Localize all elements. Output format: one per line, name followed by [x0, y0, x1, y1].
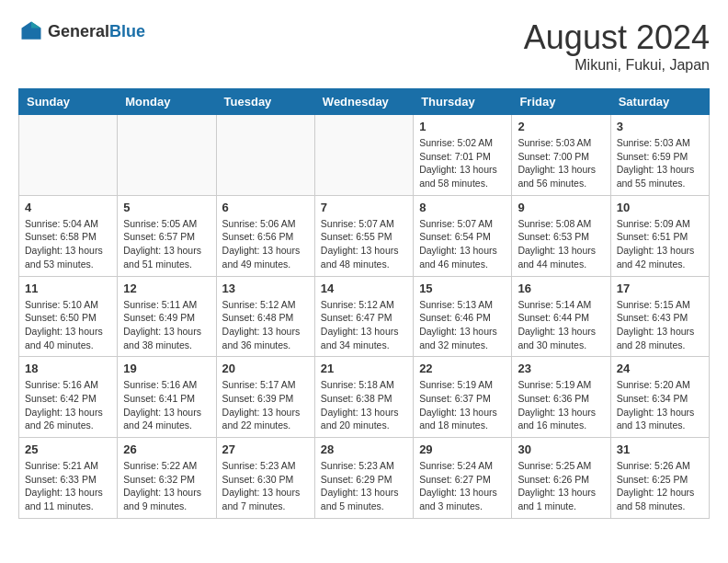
calendar-cell: 27Sunrise: 5:23 AM Sunset: 6:30 PM Dayli…: [216, 438, 314, 519]
weekday-header: Sunday: [19, 89, 118, 115]
day-info: Sunrise: 5:16 AM Sunset: 6:42 PM Dayligh…: [25, 378, 111, 432]
weekday-header: Saturday: [610, 89, 709, 115]
day-number: 3: [617, 120, 703, 133]
day-info: Sunrise: 5:23 AM Sunset: 6:29 PM Dayligh…: [321, 459, 407, 513]
day-number: 14: [321, 282, 407, 295]
day-info: Sunrise: 5:12 AM Sunset: 6:48 PM Dayligh…: [222, 298, 309, 352]
day-info: Sunrise: 5:10 AM Sunset: 6:50 PM Dayligh…: [25, 298, 111, 352]
logo-blue: Blue: [109, 22, 145, 40]
calendar-cell: 4Sunrise: 5:04 AM Sunset: 6:58 PM Daylig…: [19, 195, 118, 276]
calendar-cell: 3Sunrise: 5:03 AM Sunset: 6:59 PM Daylig…: [610, 115, 709, 196]
day-info: Sunrise: 5:11 AM Sunset: 6:49 PM Dayligh…: [123, 298, 210, 352]
day-number: 10: [617, 201, 703, 214]
day-number: 11: [25, 282, 111, 295]
day-info: Sunrise: 5:03 AM Sunset: 7:00 PM Dayligh…: [518, 136, 604, 190]
day-number: 16: [518, 282, 604, 295]
calendar-cell: 6Sunrise: 5:06 AM Sunset: 6:56 PM Daylig…: [216, 195, 314, 276]
calendar-cell: 10Sunrise: 5:09 AM Sunset: 6:51 PM Dayli…: [610, 195, 709, 276]
day-info: Sunrise: 5:25 AM Sunset: 6:26 PM Dayligh…: [518, 459, 604, 513]
day-number: 1: [419, 120, 506, 133]
day-info: Sunrise: 5:24 AM Sunset: 6:27 PM Dayligh…: [419, 459, 506, 513]
calendar-cell: 29Sunrise: 5:24 AM Sunset: 6:27 PM Dayli…: [414, 438, 512, 519]
calendar-cell: 25Sunrise: 5:21 AM Sunset: 6:33 PM Dayli…: [19, 438, 118, 519]
calendar-cell: 22Sunrise: 5:19 AM Sunset: 6:37 PM Dayli…: [414, 357, 512, 438]
day-info: Sunrise: 5:19 AM Sunset: 6:37 PM Dayligh…: [419, 378, 506, 432]
day-info: Sunrise: 5:19 AM Sunset: 6:36 PM Dayligh…: [518, 378, 604, 432]
calendar-cell: 15Sunrise: 5:13 AM Sunset: 6:46 PM Dayli…: [414, 276, 512, 357]
day-info: Sunrise: 5:04 AM Sunset: 6:58 PM Dayligh…: [25, 217, 111, 271]
calendar-cell: [314, 115, 413, 196]
day-info: Sunrise: 5:21 AM Sunset: 6:33 PM Dayligh…: [25, 459, 111, 513]
day-info: Sunrise: 5:02 AM Sunset: 7:01 PM Dayligh…: [419, 136, 506, 190]
day-info: Sunrise: 5:03 AM Sunset: 6:59 PM Dayligh…: [617, 136, 703, 190]
day-number: 21: [321, 362, 407, 375]
day-number: 30: [518, 442, 604, 456]
calendar-week-row: 11Sunrise: 5:10 AM Sunset: 6:50 PM Dayli…: [19, 276, 710, 357]
calendar-cell: 21Sunrise: 5:18 AM Sunset: 6:38 PM Dayli…: [314, 357, 413, 438]
location: Mikuni, Fukui, Japan: [524, 57, 710, 74]
calendar-cell: 23Sunrise: 5:19 AM Sunset: 6:36 PM Dayli…: [512, 357, 610, 438]
calendar-week-row: 1Sunrise: 5:02 AM Sunset: 7:01 PM Daylig…: [19, 115, 710, 196]
day-number: 28: [321, 442, 407, 456]
calendar-cell: 28Sunrise: 5:23 AM Sunset: 6:29 PM Dayli…: [314, 438, 413, 519]
day-info: Sunrise: 5:26 AM Sunset: 6:25 PM Dayligh…: [617, 459, 703, 513]
month-title: August 2024: [524, 18, 710, 57]
calendar: SundayMondayTuesdayWednesdayThursdayFrid…: [18, 88, 710, 519]
day-number: 17: [617, 282, 703, 295]
calendar-cell: 19Sunrise: 5:16 AM Sunset: 6:41 PM Dayli…: [118, 357, 216, 438]
day-number: 8: [419, 201, 506, 214]
day-info: Sunrise: 5:05 AM Sunset: 6:57 PM Dayligh…: [123, 217, 210, 271]
weekday-header: Tuesday: [216, 89, 314, 115]
calendar-week-row: 25Sunrise: 5:21 AM Sunset: 6:33 PM Dayli…: [19, 438, 710, 519]
calendar-cell: 9Sunrise: 5:08 AM Sunset: 6:53 PM Daylig…: [512, 195, 610, 276]
calendar-cell: [118, 115, 216, 196]
day-info: Sunrise: 5:08 AM Sunset: 6:53 PM Dayligh…: [518, 217, 604, 271]
calendar-cell: [216, 115, 314, 196]
page-header: GeneralBlue August 2024 Mikuni, Fukui, J…: [18, 18, 710, 74]
day-info: Sunrise: 5:07 AM Sunset: 6:54 PM Dayligh…: [419, 217, 506, 271]
day-number: 25: [25, 442, 111, 456]
day-number: 4: [25, 201, 111, 214]
day-info: Sunrise: 5:23 AM Sunset: 6:30 PM Dayligh…: [222, 459, 309, 513]
calendar-cell: 13Sunrise: 5:12 AM Sunset: 6:48 PM Dayli…: [216, 276, 314, 357]
day-info: Sunrise: 5:16 AM Sunset: 6:41 PM Dayligh…: [123, 378, 210, 432]
calendar-cell: 11Sunrise: 5:10 AM Sunset: 6:50 PM Dayli…: [19, 276, 118, 357]
calendar-cell: 16Sunrise: 5:14 AM Sunset: 6:44 PM Dayli…: [512, 276, 610, 357]
day-number: 12: [123, 282, 210, 295]
calendar-cell: 18Sunrise: 5:16 AM Sunset: 6:42 PM Dayli…: [19, 357, 118, 438]
calendar-cell: 26Sunrise: 5:22 AM Sunset: 6:32 PM Dayli…: [118, 438, 216, 519]
svg-marker-1: [31, 22, 41, 29]
day-info: Sunrise: 5:12 AM Sunset: 6:47 PM Dayligh…: [321, 298, 407, 352]
weekday-header: Friday: [512, 89, 610, 115]
calendar-cell: 2Sunrise: 5:03 AM Sunset: 7:00 PM Daylig…: [512, 115, 610, 196]
day-info: Sunrise: 5:07 AM Sunset: 6:55 PM Dayligh…: [321, 217, 407, 271]
day-info: Sunrise: 5:13 AM Sunset: 6:46 PM Dayligh…: [419, 298, 506, 352]
calendar-cell: 8Sunrise: 5:07 AM Sunset: 6:54 PM Daylig…: [414, 195, 512, 276]
day-info: Sunrise: 5:06 AM Sunset: 6:56 PM Dayligh…: [222, 217, 309, 271]
calendar-cell: 12Sunrise: 5:11 AM Sunset: 6:49 PM Dayli…: [118, 276, 216, 357]
logo-icon: [18, 18, 44, 44]
title-block: August 2024 Mikuni, Fukui, Japan: [524, 18, 710, 74]
day-number: 26: [123, 442, 210, 456]
day-number: 31: [617, 442, 703, 456]
day-number: 23: [518, 362, 604, 375]
calendar-cell: 24Sunrise: 5:20 AM Sunset: 6:34 PM Dayli…: [610, 357, 709, 438]
day-number: 7: [321, 201, 407, 214]
calendar-cell: 30Sunrise: 5:25 AM Sunset: 6:26 PM Dayli…: [512, 438, 610, 519]
day-number: 13: [222, 282, 309, 295]
weekday-header: Monday: [118, 89, 216, 115]
calendar-cell: 1Sunrise: 5:02 AM Sunset: 7:01 PM Daylig…: [414, 115, 512, 196]
day-number: 20: [222, 362, 309, 375]
calendar-week-row: 18Sunrise: 5:16 AM Sunset: 6:42 PM Dayli…: [19, 357, 710, 438]
calendar-cell: 14Sunrise: 5:12 AM Sunset: 6:47 PM Dayli…: [314, 276, 413, 357]
day-number: 6: [222, 201, 309, 214]
calendar-cell: 31Sunrise: 5:26 AM Sunset: 6:25 PM Dayli…: [610, 438, 709, 519]
weekday-header: Wednesday: [314, 89, 413, 115]
calendar-cell: 7Sunrise: 5:07 AM Sunset: 6:55 PM Daylig…: [314, 195, 413, 276]
logo-general: General: [48, 22, 109, 40]
day-info: Sunrise: 5:17 AM Sunset: 6:39 PM Dayligh…: [222, 378, 309, 432]
day-info: Sunrise: 5:09 AM Sunset: 6:51 PM Dayligh…: [617, 217, 703, 271]
day-number: 22: [419, 362, 506, 375]
day-number: 19: [123, 362, 210, 375]
day-number: 18: [25, 362, 111, 375]
